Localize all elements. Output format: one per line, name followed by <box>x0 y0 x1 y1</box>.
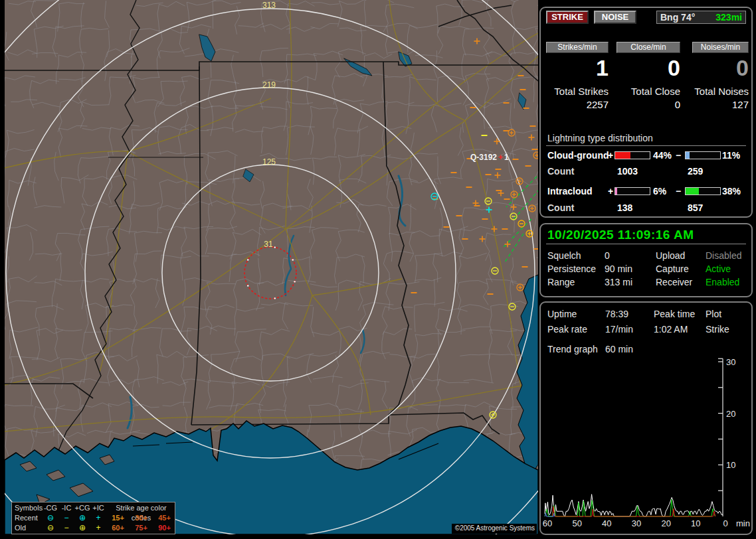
cg-minus-count: 259 <box>688 166 703 177</box>
legend-old-row: Old ⊖ − ⊕ + 60+ 75+ 90+ <box>12 523 175 533</box>
divider <box>546 244 746 244</box>
strikes-per-min-value: 1 <box>546 54 609 81</box>
range-value: 323mi <box>715 12 742 23</box>
strike-mode-button[interactable]: STRIKE <box>546 11 589 24</box>
squelch-value: 0 <box>605 250 656 264</box>
y-tick-label: 20 <box>726 409 735 419</box>
cg-plus-count: 1003 <box>617 166 638 177</box>
stats-trend-panel: Uptime 78:39 Peak time Plot Peak rate 17… <box>539 301 753 535</box>
x-axis-unit: min <box>736 518 750 528</box>
intracloud-count-row: Count 138 857 <box>541 202 751 213</box>
ring-dot <box>294 281 295 282</box>
y-tick-label: 10 <box>726 460 735 470</box>
ring-label-31: 31 <box>264 240 273 249</box>
receiver-value: Enabled <box>706 277 745 290</box>
divider <box>546 145 746 146</box>
cloud-ground-row: Cloud-ground + 44% − 11% <box>541 150 751 161</box>
x-tick-label: 20 <box>661 518 670 528</box>
copyright-notice: ©2005 Astrogenic Systems <box>452 524 537 534</box>
strikes-per-min-column: Strikes/min 1 Total Strikes 2257 <box>546 42 609 110</box>
datetime-display: 10/20/2025 11:09:16 AM <box>547 228 694 242</box>
upload-value: Disabled <box>706 250 745 264</box>
legend-header-row: Symbols -CG -IC +CG +IC Strike age color… <box>12 503 175 513</box>
ring-dot <box>247 259 248 260</box>
total-close-label: Total Close <box>616 86 680 97</box>
cloud-ground-count-row: Count 1003 259 <box>541 166 751 177</box>
minus-sign: − <box>676 186 681 196</box>
bearing-range-display: Bng 74° 323mi <box>656 11 746 24</box>
capture-value: Active <box>706 264 745 277</box>
upload-label: Upload <box>656 250 706 264</box>
total-noises-label: Total Noises <box>692 86 749 97</box>
ring-label-313: 313 <box>262 1 276 10</box>
strike-counter-panel: STRIKE NOISE Bng 74° 323mi Strikes/min 1… <box>539 7 753 218</box>
ring-dot <box>274 297 276 299</box>
cloud-ground-label: Cloud-ground <box>547 150 609 161</box>
settings-grid: Squelch 0 Upload Disabled Persistence 90… <box>547 250 745 290</box>
y-tick-label: 30 <box>726 357 735 367</box>
bearing-value: Bng 74° <box>660 12 695 23</box>
persistence-value: 90 min <box>605 264 656 277</box>
minus-icon: − <box>58 513 74 523</box>
ic-plus-count: 138 <box>617 202 632 213</box>
strikes-per-min-button[interactable]: Strikes/min <box>546 42 609 53</box>
count-label: Count <box>547 166 574 177</box>
ic-minus-percent: 38% <box>722 186 741 196</box>
nexstorm-window: 313 219 125 31 Q-3192+1 Symbols -CG -IC … <box>0 0 756 539</box>
count-label: Count <box>547 202 574 213</box>
x-tick-label: 50 <box>572 518 581 528</box>
noises-per-min-column: Noises/min 0 Total Noises 127 <box>692 42 749 110</box>
distribution-title: Lightning type distribution <box>547 133 653 143</box>
age-90: 90+ <box>153 523 176 533</box>
ring-dot <box>247 285 248 286</box>
range-label: Range <box>547 277 605 290</box>
x-tick-label: 30 <box>632 518 641 528</box>
total-strikes-value: 2257 <box>546 99 609 110</box>
squelch-label: Squelch <box>547 250 605 264</box>
trend-graph: 1020306050403020100min <box>541 303 751 534</box>
trend-series-strike-rate-neg-ic <box>545 499 715 516</box>
noises-per-min-button[interactable]: Noises/min <box>692 42 749 53</box>
cg-minus-bar <box>685 151 721 159</box>
x-tick-label: 40 <box>602 518 611 528</box>
close-per-min-button[interactable]: Close/min <box>616 42 680 53</box>
cg-plus-percent: 44% <box>653 150 672 161</box>
ic-plus-percent: 6% <box>653 186 666 196</box>
circle-plus-icon: ⊕ <box>74 523 90 533</box>
age-75: 75+ <box>130 523 153 533</box>
x-tick-label: 0 <box>723 518 727 528</box>
legend-recent-label: Recent <box>12 513 43 523</box>
ic-minus-bar <box>685 187 721 195</box>
age-45: 45+ <box>153 513 176 523</box>
cg-plus-bar <box>614 151 650 159</box>
ring-label-125: 125 <box>262 157 276 167</box>
close-per-min-column: Close/min 0 Total Close 0 <box>616 42 680 110</box>
legend-old-label: Old <box>12 523 43 533</box>
ic-plus-bar <box>614 187 650 195</box>
total-noises-value: 127 <box>692 99 749 110</box>
age-15: 15+ <box>106 513 130 523</box>
age-60: 60+ <box>106 523 130 533</box>
noise-mode-button[interactable]: NOISE <box>594 11 636 24</box>
cg-minus-percent: 11% <box>722 150 740 161</box>
intracloud-row: Intracloud + 6% − 38% <box>541 186 751 196</box>
total-close-value: 0 <box>616 99 680 110</box>
circle-minus-icon: ⊖ <box>43 513 58 523</box>
persistence-label: Persistence <box>547 264 605 277</box>
intracloud-label: Intracloud <box>547 186 593 196</box>
total-strikes-label: Total Strikes <box>546 86 609 97</box>
plus-sign: + <box>608 186 613 196</box>
range-value: 313 mi <box>605 277 656 290</box>
age-30: 30+ <box>130 513 153 523</box>
plus-icon: + <box>90 523 106 533</box>
trend-series-strike-rate-total <box>545 495 723 516</box>
circle-plus-icon: ⊕ <box>74 513 90 523</box>
close-per-min-value: 0 <box>616 54 680 81</box>
ring-dot <box>274 246 276 248</box>
ring-label-219: 219 <box>262 80 276 90</box>
x-tick-label: 60 <box>543 518 552 528</box>
plus-icon: + <box>90 513 106 523</box>
map-legend: Symbols -CG -IC +CG +IC Strike age color… <box>11 502 175 534</box>
circle-minus-icon: ⊖ <box>43 523 58 533</box>
lightning-map[interactable]: 313 219 125 31 Q-3192+1 Symbols -CG -IC … <box>5 0 538 534</box>
